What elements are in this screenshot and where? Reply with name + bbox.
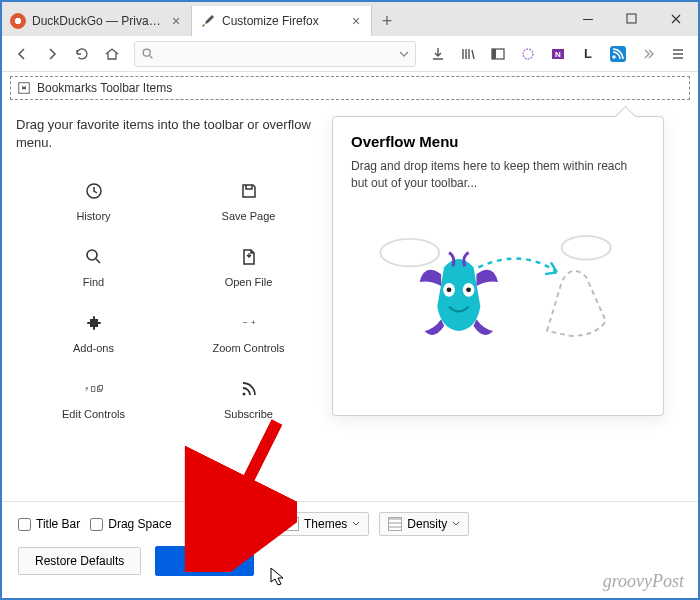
forward-button[interactable] [38, 40, 66, 68]
density-dropdown[interactable]: Density [379, 512, 469, 536]
window-controls [566, 2, 698, 36]
tab-customize-firefox[interactable]: Customize Firefox × [192, 6, 372, 36]
lastpass-button[interactable]: L [574, 40, 602, 68]
menu-button[interactable] [664, 40, 692, 68]
density-swatch-icon [388, 517, 402, 531]
palette-item-edit-controls[interactable]: Edit Controls [16, 366, 171, 428]
density-label: Density [407, 517, 447, 531]
minimize-button[interactable] [566, 2, 610, 36]
subscribe-icon [239, 374, 259, 404]
palette-label: Add-ons [73, 342, 114, 354]
palette-label: Edit Controls [62, 408, 125, 420]
mouse-cursor [270, 567, 286, 587]
svg-text:+: + [251, 318, 256, 327]
titlebar-checkbox[interactable]: Title Bar [18, 517, 80, 531]
svg-point-19 [562, 236, 611, 260]
close-icon[interactable]: × [349, 14, 363, 28]
tab-duckduckgo[interactable]: DuckDuckGo — Privacy, simplified. × [2, 6, 192, 36]
search-icon [141, 47, 155, 61]
save-page-icon [239, 176, 259, 206]
toolbars-dropdown[interactable]: bars [212, 512, 266, 536]
titlebar-label: Title Bar [36, 517, 80, 531]
open-file-icon [239, 242, 259, 272]
themes-label: Themes [304, 517, 347, 531]
overflow-description: Drag and drop items here to keep them wi… [351, 158, 645, 192]
sidebar-button[interactable] [484, 40, 512, 68]
library-button[interactable] [454, 40, 482, 68]
overflow-illustration [351, 212, 645, 352]
palette-item-open-file[interactable]: Open File [171, 234, 326, 296]
svg-rect-16 [99, 386, 103, 391]
brush-icon [200, 13, 216, 29]
customize-main: Drag your favorite items into the toolba… [2, 104, 698, 504]
bookmarks-icon [17, 81, 31, 95]
find-icon [84, 242, 104, 272]
palette: History Save Page Find Open File Add-ons [16, 168, 326, 428]
maximize-button[interactable] [610, 2, 654, 36]
rss-button[interactable] [604, 40, 632, 68]
dragspace-checkbox[interactable]: Drag Space [90, 517, 171, 531]
overflow-button[interactable] [634, 40, 662, 68]
close-icon[interactable]: × [169, 14, 183, 28]
url-bar[interactable] [134, 41, 416, 67]
svg-point-18 [380, 238, 439, 265]
nav-toolbar: N L [2, 36, 698, 72]
svg-point-23 [466, 287, 471, 292]
reload-button[interactable] [68, 40, 96, 68]
palette-scroll[interactable]: History Save Page Find Open File Add-ons [16, 168, 326, 478]
palette-label: History [76, 210, 110, 222]
palette-label: Zoom Controls [212, 342, 284, 354]
tab-bar: DuckDuckGo — Privacy, simplified. × Cust… [2, 2, 698, 36]
palette-label: Open File [225, 276, 273, 288]
bookmarks-toolbar-dropzone[interactable]: Bookmarks Toolbar Items [10, 76, 690, 100]
palette-label: Subscribe [224, 408, 273, 420]
restore-defaults-button[interactable]: Restore Defaults [18, 547, 141, 575]
themes-dropdown[interactable]: Themes [276, 512, 369, 536]
edit-controls-icon [84, 374, 104, 404]
palette-item-zoom-controls[interactable]: −+ Zoom Controls [171, 300, 326, 362]
customize-footer: Title Bar Drag Space bars Themes Density… [2, 501, 698, 586]
svg-point-5 [523, 49, 533, 59]
back-button[interactable] [8, 40, 36, 68]
svg-point-11 [87, 250, 97, 260]
tab-label: DuckDuckGo — Privacy, simplified. [32, 14, 165, 28]
svg-point-21 [447, 287, 452, 292]
addons-icon [84, 308, 104, 338]
history-icon [84, 176, 104, 206]
overflow-title: Overflow Menu [351, 133, 645, 150]
watermark-text: groovyPost [603, 571, 684, 592]
chevron-down-icon[interactable] [399, 45, 409, 63]
new-tab-button[interactable]: + [372, 6, 402, 36]
downloads-button[interactable] [424, 40, 452, 68]
svg-text:N: N [555, 50, 561, 59]
tab-label: Customize Firefox [222, 14, 345, 28]
palette-item-subscribe[interactable]: Subscribe [171, 366, 326, 428]
zoom-controls-icon: −+ [239, 308, 259, 338]
palette-label: Find [83, 276, 104, 288]
palette-item-save-page[interactable]: Save Page [171, 168, 326, 230]
svg-rect-4 [492, 49, 496, 59]
toolbars-label: bars [221, 517, 244, 531]
addon-button[interactable] [514, 40, 542, 68]
onenote-button[interactable]: N [544, 40, 572, 68]
svg-point-2 [143, 49, 150, 56]
theme-swatch-icon [285, 517, 299, 531]
svg-rect-1 [627, 14, 636, 23]
palette-item-addons[interactable]: Add-ons [16, 300, 171, 362]
overflow-panel[interactable]: Overflow Menu Drag and drop items here t… [332, 116, 664, 416]
palette-item-find[interactable]: Find [16, 234, 171, 296]
palette-item-history[interactable]: History [16, 168, 171, 230]
instructions-text: Drag your favorite items into the toolba… [16, 116, 326, 152]
svg-point-17 [242, 393, 245, 396]
bookmarks-toolbar-label: Bookmarks Toolbar Items [37, 81, 172, 95]
palette-label: Save Page [222, 210, 276, 222]
done-button[interactable]: Done [155, 546, 254, 576]
svg-text:−: − [243, 318, 248, 327]
svg-rect-0 [583, 19, 593, 20]
duckduckgo-icon [10, 13, 26, 29]
dragspace-label: Drag Space [108, 517, 171, 531]
home-button[interactable] [98, 40, 126, 68]
close-window-button[interactable] [654, 2, 698, 36]
svg-rect-14 [91, 387, 95, 392]
